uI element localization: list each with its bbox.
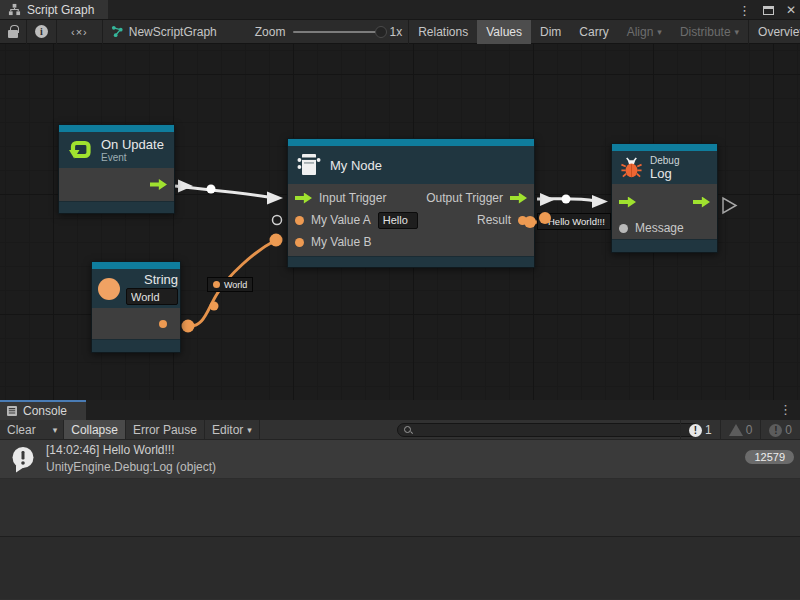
- log-count-toggle[interactable]: ! 1: [681, 420, 720, 440]
- port-label: My Value A: [311, 213, 371, 227]
- search-input[interactable]: [417, 424, 693, 436]
- log-message: [14:02:46] Hello World!!!: [46, 442, 216, 459]
- node-title: String: [144, 272, 178, 287]
- node-header: String: [92, 269, 180, 308]
- node-titlebar: [288, 139, 534, 146]
- console-count-badges: ! 1 0 ! 0: [680, 420, 800, 440]
- warning-count-toggle[interactable]: 0: [721, 420, 761, 440]
- zoom-slider[interactable]: [293, 31, 381, 33]
- port-label: Input Trigger: [319, 191, 386, 205]
- align-dropdown[interactable]: Align▾: [618, 20, 671, 44]
- console-toolbar: Clear ▾ Collapse Error Pause Editor▾ ! 1: [0, 420, 800, 440]
- dim-button[interactable]: Dim: [531, 20, 570, 44]
- console-list-empty[interactable]: [0, 479, 800, 536]
- console-tab-icon: [6, 405, 18, 417]
- my-value-a-port[interactable]: [295, 216, 304, 225]
- node-footer: [92, 339, 180, 352]
- node-on-update[interactable]: On Update Event: [58, 124, 175, 214]
- values-button[interactable]: Values: [477, 20, 531, 44]
- on-update-loop-icon: [67, 137, 93, 163]
- node-footer: [612, 239, 717, 252]
- node-titlebar: [612, 144, 717, 151]
- carry-button[interactable]: Carry: [570, 20, 617, 44]
- error-pause-toggle[interactable]: Error Pause: [126, 420, 204, 439]
- graph-canvas[interactable]: On Update Event: [0, 44, 800, 400]
- editor-dropdown[interactable]: Editor▾: [205, 420, 259, 439]
- wire-dot: [210, 302, 219, 311]
- info-button[interactable]: i: [27, 20, 56, 44]
- output-trigger-port[interactable]: [510, 193, 527, 204]
- log-bubble-icon: [8, 444, 38, 474]
- graph-asset-breadcrumb[interactable]: NewScriptGraph: [103, 25, 227, 39]
- node-string[interactable]: String: [91, 261, 181, 353]
- node-header: My Node: [288, 146, 534, 184]
- graph-toolbar: i ‹×› NewScriptGraph Zoom 1x Relations V…: [0, 20, 800, 44]
- node-body: [92, 308, 180, 339]
- maximize-icon[interactable]: [763, 6, 774, 15]
- port-label: My Value B: [311, 235, 371, 249]
- console-panel: Console ⋮ Clear ▾ Collapse Error Pause E…: [0, 400, 800, 600]
- node-body: [59, 168, 174, 201]
- window-menu-icon[interactable]: ⋮: [738, 4, 751, 17]
- collapse-count-badge: 12579: [745, 450, 794, 464]
- tab-script-graph[interactable]: Script Graph: [0, 0, 108, 19]
- string-value-field[interactable]: [126, 288, 178, 305]
- message-port[interactable]: [619, 224, 628, 233]
- wire-end-arrow: [592, 195, 608, 208]
- wire-dot: [182, 320, 195, 333]
- node-my-node[interactable]: My Node Input Trigger Output Trigger My …: [287, 138, 535, 268]
- trigger-output-port[interactable]: [150, 179, 167, 190]
- chevron-down-icon: ▾: [657, 27, 662, 37]
- wire-value-dot: [207, 185, 216, 194]
- my-value-a-field[interactable]: [378, 212, 418, 229]
- lock-button[interactable]: [0, 20, 26, 44]
- debug-input-trigger-port[interactable]: [619, 197, 636, 208]
- node-title: My Node: [330, 158, 382, 173]
- console-log-entry[interactable]: [14:02:46] Hello World!!! UnityEngine.De…: [0, 440, 800, 479]
- input-trigger-port[interactable]: [295, 193, 312, 204]
- log-bubble-icon: !: [689, 424, 702, 437]
- node-titlebar: [92, 262, 180, 269]
- clear-button[interactable]: Clear: [0, 420, 43, 439]
- zoom-slider-knob[interactable]: [375, 26, 387, 38]
- console-detail-pane: [0, 537, 800, 599]
- chevron-down-icon: ▾: [247, 425, 252, 435]
- hollow-continue-arrow: [723, 198, 736, 213]
- zoom-value: 1x: [389, 25, 402, 39]
- port-label: Result: [477, 213, 511, 227]
- node-debug-log[interactable]: Debug Log Message: [611, 143, 718, 253]
- code-view-button[interactable]: ‹×›: [57, 26, 102, 38]
- wire-value-label-world: World: [207, 277, 253, 292]
- tab-console[interactable]: Console: [0, 400, 86, 420]
- my-value-b-port[interactable]: [295, 238, 304, 247]
- node-title: Log: [650, 166, 679, 181]
- clear-dropdown[interactable]: ▾: [43, 420, 64, 439]
- distribute-dropdown[interactable]: Distribute▾: [671, 20, 748, 44]
- search-icon: [404, 426, 413, 435]
- error-count-toggle[interactable]: ! 0: [761, 420, 800, 440]
- node-title: On Update: [101, 137, 164, 152]
- hollow-port-circle: [273, 216, 282, 225]
- relations-button[interactable]: Relations: [409, 20, 477, 44]
- my-node-icon: [296, 151, 322, 179]
- collapse-toggle[interactable]: Collapse: [64, 420, 125, 439]
- zoom-label: Zoom: [255, 25, 286, 39]
- console-menu-icon[interactable]: ⋮: [779, 402, 792, 417]
- port-label: Message: [635, 221, 684, 235]
- warning-icon: [729, 424, 743, 436]
- console-tabbar: Console ⋮: [0, 400, 800, 420]
- string-output-port[interactable]: [159, 320, 167, 328]
- console-search[interactable]: [397, 423, 700, 437]
- close-icon[interactable]: ✕: [786, 3, 796, 17]
- graph-asset-icon: [111, 25, 124, 38]
- chevron-down-icon: ▾: [53, 425, 58, 435]
- chevron-down-icon: ▾: [735, 27, 740, 37]
- debug-output-trigger-port[interactable]: [693, 197, 710, 208]
- overview-button[interactable]: Overview: [749, 20, 800, 44]
- wire-value-dot: [562, 195, 571, 204]
- graph-asset-name: NewScriptGraph: [129, 25, 217, 39]
- wire-start-arrow: [178, 180, 193, 193]
- string-literal-icon: [98, 278, 120, 300]
- wire-dot: [524, 216, 536, 228]
- tab-label: Script Graph: [27, 3, 94, 17]
